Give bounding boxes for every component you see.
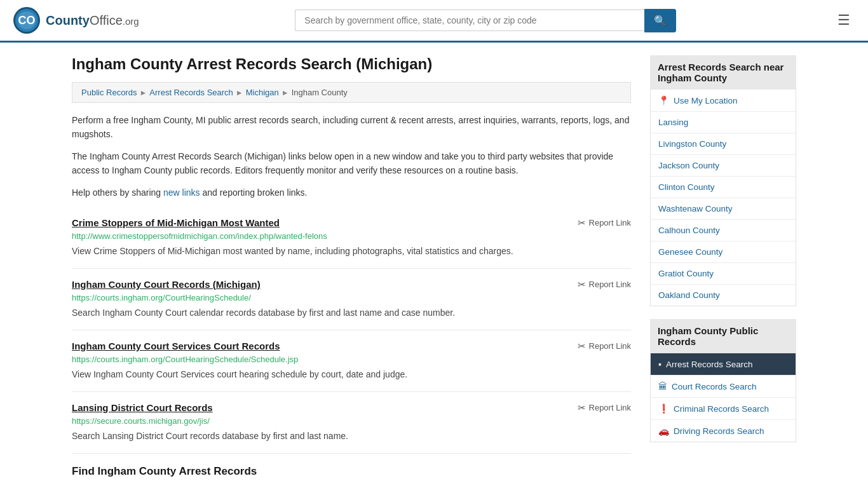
- description-para3: Help others by sharing new links and rep…: [72, 186, 631, 200]
- report-link-btn-1[interactable]: ✂ Report Link: [578, 279, 631, 290]
- link-card-3-title[interactable]: Lansing District Court Records: [72, 402, 213, 413]
- sidebar-item-clinton[interactable]: Clinton County: [651, 177, 796, 198]
- breadcrumb-public-records[interactable]: Public Records: [81, 88, 137, 97]
- link-card-2-header: Ingham County Court Services Court Recor…: [72, 341, 631, 352]
- sidebar-public-title: Ingham County Public Records: [650, 319, 796, 353]
- link-card-1: Ingham County Court Records (Michigan) ✂…: [72, 269, 631, 330]
- link-card-2-title[interactable]: Ingham County Court Services Court Recor…: [72, 341, 280, 351]
- report-link-label-2: Report Link: [589, 341, 631, 351]
- link-card-0-title[interactable]: Crime Stoppers of Mid-Michigan Most Want…: [72, 217, 280, 228]
- link-card-1-title[interactable]: Ingham County Court Records (Michigan): [72, 279, 261, 290]
- description-para1: Perform a free Ingham County, MI public …: [72, 113, 631, 142]
- link-card-3-desc: Search Lansing District Court records da…: [72, 430, 631, 443]
- scissors-icon-1: ✂: [578, 279, 586, 290]
- gratiot-link[interactable]: Gratiot County: [651, 263, 796, 284]
- sidebar-item-gratiot[interactable]: Gratiot County: [651, 263, 796, 285]
- driving-records-label: Driving Records Search: [674, 426, 764, 436]
- content-area: Ingham County Arrest Records Search (Mic…: [72, 55, 631, 478]
- lansing-label: Lansing: [658, 118, 688, 127]
- logo-text-area: CountyOffice.org: [46, 13, 139, 28]
- sidebar-item-calhoun[interactable]: Calhoun County: [651, 220, 796, 241]
- genesee-label: Genesee County: [658, 247, 722, 257]
- link-card-2-url[interactable]: https://courts.ingham.org/CourtHearingSc…: [72, 355, 631, 364]
- sidebar: Arrest Records Search near Ingham County…: [650, 55, 796, 478]
- report-link-label-1: Report Link: [589, 280, 631, 289]
- link-card-0-desc: View Crime Stoppers of Mid-Michigan most…: [72, 245, 631, 258]
- scissors-icon-3: ✂: [578, 402, 586, 414]
- washtenaw-link[interactable]: Washtenaw County: [651, 198, 796, 219]
- sidebar-item-lansing[interactable]: Lansing: [651, 112, 796, 133]
- sidebar-public-links: ▪ Arrest Records Search 🏛 Court Records …: [650, 353, 796, 442]
- livingston-label: Livingston County: [658, 139, 726, 149]
- lansing-link[interactable]: Lansing: [651, 112, 796, 133]
- logo-text: CountyOffice.org: [46, 13, 139, 27]
- clinton-link[interactable]: Clinton County: [651, 177, 796, 198]
- use-location-label: Use My Location: [674, 96, 738, 105]
- hamburger-icon: ☰: [837, 12, 850, 28]
- sidebar-item-livingston[interactable]: Livingston County: [651, 133, 796, 155]
- sidebar-public-item-court[interactable]: 🏛 Court Records Search: [651, 376, 796, 398]
- search-input[interactable]: [295, 10, 644, 31]
- link-card-0-header: Crime Stoppers of Mid-Michigan Most Want…: [72, 217, 631, 229]
- report-link-label-3: Report Link: [589, 403, 631, 412]
- breadcrumb-sep-3: ►: [281, 88, 289, 97]
- driving-records-link[interactable]: 🚗 Driving Records Search: [651, 420, 796, 442]
- genesee-link[interactable]: Genesee County: [651, 241, 796, 262]
- sidebar-nearby-links: 📍 Use My Location Lansing Livingston Cou…: [650, 90, 796, 306]
- page-title: Ingham County Arrest Records Search (Mic…: [72, 55, 631, 73]
- menu-button[interactable]: ☰: [832, 10, 855, 31]
- link-card-0-url[interactable]: http://www.crimestoppersofmidmichigan.co…: [72, 231, 631, 241]
- desc-para3-before: Help others by sharing: [72, 187, 163, 198]
- calhoun-link[interactable]: Calhoun County: [651, 220, 796, 241]
- search-button[interactable]: 🔍: [644, 9, 676, 32]
- link-card-1-url[interactable]: https://courts.ingham.org/CourtHearingSc…: [72, 293, 631, 302]
- description-para2: The Ingham County Arrest Records Search …: [72, 149, 631, 178]
- sidebar-public-item-criminal[interactable]: ❗ Criminal Records Search: [651, 398, 796, 420]
- criminal-records-link[interactable]: ❗ Criminal Records Search: [651, 398, 796, 419]
- link-card-3-url[interactable]: https://secure.courts.michigan.gov/jis/: [72, 416, 631, 426]
- svg-text:CO: CO: [18, 14, 36, 27]
- sidebar-item-oakland[interactable]: Oakland County: [651, 285, 796, 306]
- link-card-2-desc: View Ingham County Court Services court …: [72, 368, 631, 381]
- report-link-label-0: Report Link: [589, 218, 631, 227]
- court-records-link[interactable]: 🏛 Court Records Search: [651, 376, 796, 397]
- link-card-0: Crime Stoppers of Mid-Michigan Most Want…: [72, 207, 631, 269]
- sidebar-public-item-driving[interactable]: 🚗 Driving Records Search: [651, 420, 796, 442]
- link-card-1-desc: Search Ingham County Court calendar reco…: [72, 306, 631, 320]
- sidebar-item-genesee[interactable]: Genesee County: [651, 241, 796, 263]
- report-link-btn-0[interactable]: ✂ Report Link: [578, 217, 631, 229]
- report-link-btn-2[interactable]: ✂ Report Link: [578, 341, 631, 352]
- find-section: Find Ingham County Arrest Records: [72, 465, 631, 478]
- arrest-records-link[interactable]: ▪ Arrest Records Search: [651, 353, 796, 375]
- arrest-icon: ▪: [658, 359, 661, 369]
- sidebar-public-item-arrest[interactable]: ▪ Arrest Records Search: [651, 353, 796, 376]
- oakland-link[interactable]: Oakland County: [651, 285, 796, 306]
- use-location-link[interactable]: 📍 Use My Location: [651, 90, 796, 111]
- report-link-btn-3[interactable]: ✂ Report Link: [578, 402, 631, 414]
- sidebar-item-washtenaw[interactable]: Washtenaw County: [651, 198, 796, 220]
- link-card-3-header: Lansing District Court Records ✂ Report …: [72, 402, 631, 414]
- court-records-label: Court Records Search: [672, 382, 757, 391]
- search-icon: 🔍: [654, 15, 667, 26]
- calhoun-label: Calhoun County: [658, 226, 720, 235]
- breadcrumb-arrest-records[interactable]: Arrest Records Search: [149, 88, 233, 97]
- gratiot-label: Gratiot County: [658, 269, 714, 278]
- sidebar-item-use-location[interactable]: 📍 Use My Location: [651, 90, 796, 112]
- oakland-label: Oakland County: [658, 290, 720, 300]
- new-links-link[interactable]: new links: [163, 187, 200, 198]
- livingston-link[interactable]: Livingston County: [651, 133, 796, 154]
- jackson-link[interactable]: Jackson County: [651, 155, 796, 176]
- washtenaw-label: Washtenaw County: [658, 204, 733, 214]
- link-card-2: Ingham County Court Services Court Recor…: [72, 330, 631, 392]
- clinton-label: Clinton County: [658, 182, 715, 192]
- criminal-icon: ❗: [658, 403, 669, 414]
- breadcrumb-sep-1: ►: [139, 88, 147, 97]
- site-header: CO CountyOffice.org 🔍 ☰: [0, 0, 868, 43]
- breadcrumb-michigan[interactable]: Michigan: [246, 88, 279, 97]
- scissors-icon-0: ✂: [578, 217, 586, 229]
- link-cards-container: Crime Stoppers of Mid-Michigan Most Want…: [72, 207, 631, 454]
- sidebar-item-jackson[interactable]: Jackson County: [651, 155, 796, 177]
- breadcrumb-sep-2: ►: [236, 88, 243, 97]
- jackson-label: Jackson County: [658, 161, 719, 170]
- find-section-heading: Find Ingham County Arrest Records: [72, 465, 631, 478]
